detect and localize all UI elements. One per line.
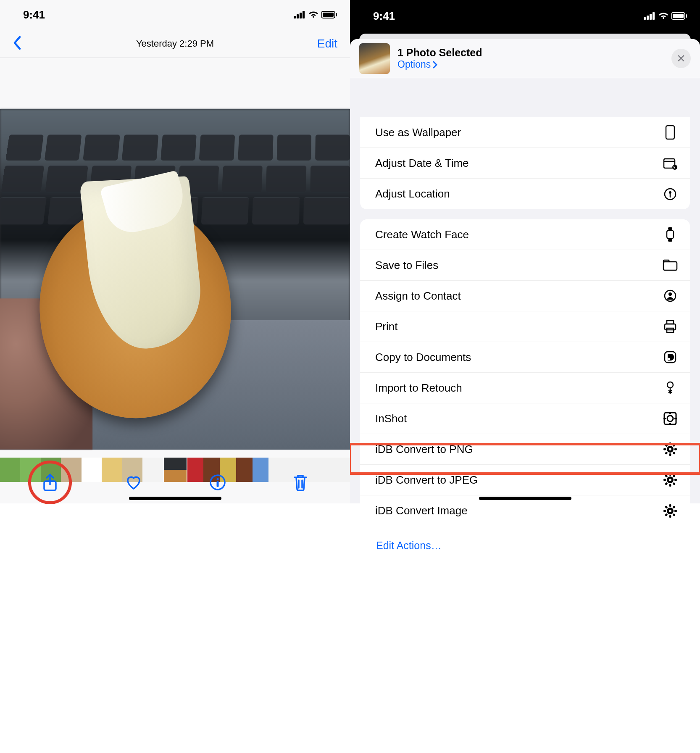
- share-sheet-thumbnail: [359, 43, 390, 74]
- svg-rect-26: [668, 239, 672, 242]
- svg-point-34: [668, 358, 670, 360]
- svg-rect-57: [672, 474, 676, 478]
- action-adjust-location[interactable]: Adjust Location: [360, 179, 690, 209]
- status-bar: 9:41: [350, 0, 700, 29]
- svg-rect-39: [674, 418, 677, 419]
- contact-icon: [662, 288, 678, 304]
- edit-actions-button[interactable]: Edit Actions…: [360, 536, 690, 560]
- svg-rect-59: [665, 474, 668, 478]
- action-label: Import to Retouch: [375, 382, 462, 395]
- action-import-to-retouch[interactable]: Import to Retouch: [360, 373, 690, 403]
- svg-rect-69: [665, 505, 668, 508]
- cellular-icon: [644, 12, 655, 20]
- phone-icon: [662, 124, 678, 140]
- action-assign-to-contact[interactable]: Assign to Contact: [360, 281, 690, 311]
- svg-rect-17: [686, 14, 687, 18]
- action-adjust-date-time[interactable]: Adjust Date & Time: [360, 148, 690, 179]
- home-indicator[interactable]: [479, 497, 571, 500]
- edit-button[interactable]: Edit: [317, 37, 337, 50]
- svg-point-9: [216, 478, 218, 480]
- photo-timestamp: Yesterday 2:29 PM: [136, 38, 214, 49]
- action-label: Create Watch Face: [375, 228, 469, 241]
- svg-rect-2: [300, 13, 302, 18]
- photos-viewer-screen: 9:41 Yesterday 2:29 PM Edit: [0, 0, 350, 503]
- svg-point-71: [669, 510, 671, 512]
- share-sheet: 1 Photo Selected Options ✕ Use as Wallpa…: [350, 39, 700, 503]
- action-label: Assign to Contact: [375, 290, 461, 303]
- svg-rect-6: [336, 13, 337, 16]
- action-copy-to-documents[interactable]: Copy to Documents: [360, 342, 690, 373]
- action-label: Adjust Location: [375, 187, 450, 200]
- action-label: InShot: [375, 412, 407, 425]
- svg-rect-70: [672, 513, 676, 516]
- highlight-annotation: [350, 443, 700, 475]
- battery-icon: [671, 12, 687, 20]
- favorite-button[interactable]: [125, 474, 142, 490]
- pin-icon: [662, 186, 678, 202]
- svg-rect-31: [667, 321, 674, 324]
- share-sheet-header: 1 Photo Selected Options ✕: [350, 39, 700, 78]
- action-create-watch-face[interactable]: Create Watch Face: [360, 219, 690, 250]
- svg-rect-67: [672, 505, 676, 508]
- share-sheet-title: 1 Photo Selected: [397, 47, 482, 59]
- svg-point-29: [668, 292, 672, 296]
- cellular-icon: [294, 11, 305, 18]
- svg-rect-16: [673, 14, 684, 18]
- svg-rect-40: [669, 412, 671, 414]
- svg-rect-64: [669, 515, 671, 518]
- delete-button[interactable]: [292, 473, 308, 492]
- svg-point-35: [667, 382, 673, 388]
- watch-icon: [662, 226, 678, 242]
- wifi-icon: [658, 12, 669, 20]
- svg-rect-65: [663, 510, 666, 512]
- svg-rect-55: [663, 479, 666, 481]
- svg-rect-63: [669, 504, 671, 507]
- back-button[interactable]: [13, 36, 22, 52]
- calendar-icon: [662, 155, 678, 171]
- action-print[interactable]: Print: [360, 311, 690, 342]
- action-label: Use as Wallpaper: [375, 126, 461, 139]
- action-label: Adjust Date & Time: [375, 157, 469, 170]
- close-button[interactable]: ✕: [671, 49, 691, 68]
- action-label: iDB Convert Image: [375, 504, 468, 517]
- svg-rect-14: [653, 12, 655, 20]
- battery-icon: [321, 11, 337, 18]
- action-label: Save to Files: [375, 259, 438, 272]
- svg-rect-3: [303, 11, 305, 18]
- action-save-to-files[interactable]: Save to Files: [360, 250, 690, 281]
- svg-rect-41: [669, 423, 671, 425]
- close-icon: ✕: [676, 52, 686, 65]
- status-bar: 9:41: [0, 0, 350, 29]
- svg-rect-27: [663, 262, 677, 270]
- svg-rect-36: [664, 413, 676, 424]
- status-time: 9:41: [23, 8, 45, 21]
- svg-rect-5: [323, 13, 334, 17]
- svg-rect-12: [647, 16, 649, 20]
- svg-rect-68: [665, 513, 668, 516]
- home-indicator[interactable]: [129, 497, 221, 500]
- svg-rect-10: [216, 481, 218, 487]
- info-button[interactable]: [209, 474, 226, 491]
- wifi-icon: [308, 11, 319, 18]
- svg-rect-25: [668, 227, 672, 230]
- action-use-as-wallpaper[interactable]: Use as Wallpaper: [360, 117, 690, 148]
- svg-rect-54: [669, 484, 671, 487]
- share-button[interactable]: [42, 473, 58, 492]
- share-sheet-options-button[interactable]: Options: [397, 59, 482, 70]
- chevron-right-icon: [432, 61, 437, 68]
- svg-point-37: [667, 416, 673, 421]
- action-inshot[interactable]: InShot: [360, 403, 690, 434]
- svg-rect-7: [44, 481, 56, 490]
- action-label: Print: [375, 320, 397, 333]
- inshot-icon: [662, 411, 678, 427]
- svg-rect-0: [294, 16, 296, 18]
- photo-viewport[interactable]: [0, 109, 350, 450]
- action-label: iDB Convert to JPEG: [375, 474, 478, 487]
- svg-rect-24: [667, 230, 674, 239]
- svg-rect-11: [644, 17, 646, 20]
- svg-rect-58: [665, 482, 668, 485]
- action-label: Copy to Documents: [375, 351, 471, 364]
- status-time: 9:41: [373, 10, 395, 23]
- svg-rect-60: [672, 482, 676, 485]
- print-icon: [662, 319, 678, 334]
